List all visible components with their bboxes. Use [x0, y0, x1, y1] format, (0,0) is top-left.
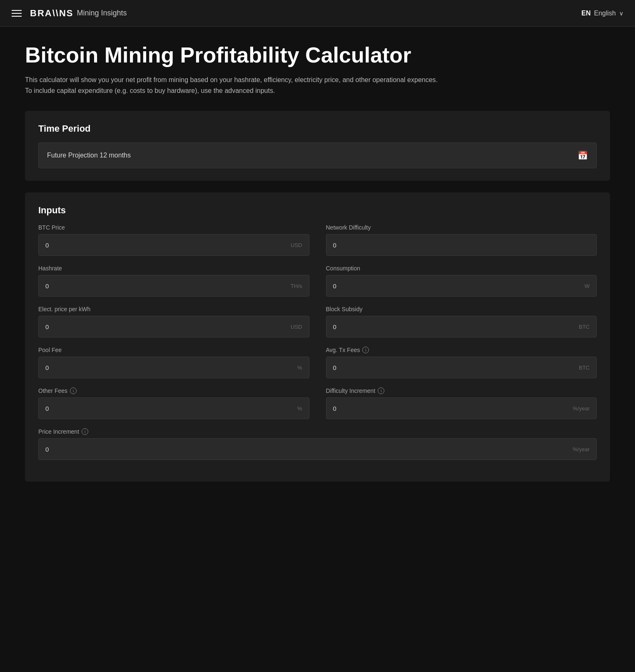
input-wrapper-btc-price: USD	[38, 234, 309, 256]
input-avg-tx-fees[interactable]	[333, 364, 579, 371]
chevron-down-icon: ∨	[619, 10, 623, 17]
unit-avg-tx-fees: BTC	[579, 365, 590, 371]
time-period-dropdown[interactable]: Future Projection 12 months 📅	[38, 142, 597, 168]
input-wrapper-hashrate: TH/s	[38, 275, 309, 297]
unit-btc-price: USD	[291, 242, 302, 248]
info-icon-other-fees[interactable]: i	[70, 387, 77, 394]
navbar: BRA\\NS Mining Insights EN English ∨	[0, 0, 635, 27]
unit-elect-price: USD	[291, 324, 302, 330]
input-wrapper-difficulty-increment: %/year	[326, 397, 597, 419]
input-elect-price[interactable]	[45, 323, 291, 330]
input-group-btc-price: BTC PriceUSD	[38, 224, 309, 256]
brand-logo: BRA\\NS	[30, 8, 73, 19]
input-other-fees[interactable]	[45, 405, 297, 412]
unit-pool-fee: %	[297, 365, 302, 371]
input-group-hashrate: HashrateTH/s	[38, 265, 309, 297]
info-icon-difficulty-increment[interactable]: i	[378, 387, 384, 394]
input-wrapper-price-increment: %/year	[38, 438, 597, 460]
unit-hashrate: TH/s	[291, 283, 302, 289]
input-group-pool-fee: Pool Fee%	[38, 347, 309, 378]
language-label: English	[594, 10, 616, 17]
time-period-value: Future Projection 12 months	[47, 152, 131, 159]
label-other-fees: Other Feesi	[38, 387, 309, 394]
unit-consumption: W	[585, 283, 590, 289]
input-wrapper-block-subsidy: BTC	[326, 316, 597, 337]
inputs-section: Inputs BTC PriceUSDNetwork DifficultyHas…	[25, 192, 610, 482]
input-group-block-subsidy: Block SubsidyBTC	[326, 306, 597, 337]
label-price-increment: Price Incrementi	[38, 428, 597, 435]
input-group-consumption: ConsumptionW	[326, 265, 597, 297]
language-code: EN	[581, 10, 590, 17]
input-group-price-increment: Price Incrementi%/year	[38, 428, 597, 460]
inputs-section-title: Inputs	[38, 205, 597, 216]
input-pool-fee[interactable]	[45, 364, 297, 371]
label-consumption: Consumption	[326, 265, 597, 272]
label-network-difficulty: Network Difficulty	[326, 224, 597, 231]
inputs-grid: BTC PriceUSDNetwork DifficultyHashrateTH…	[38, 224, 597, 469]
unit-other-fees: %	[297, 405, 302, 412]
time-period-section-title: Time Period	[38, 123, 597, 134]
time-period-section: Time Period Future Projection 12 months …	[25, 111, 610, 181]
label-block-subsidy: Block Subsidy	[326, 306, 597, 312]
input-group-avg-tx-fees: Avg. Tx FeesiBTC	[326, 347, 597, 378]
page-title: Bitcoin Mining Profitability Calculator	[25, 43, 610, 67]
input-network-difficulty[interactable]	[333, 242, 590, 249]
info-icon-avg-tx-fees[interactable]: i	[362, 347, 369, 353]
input-difficulty-increment[interactable]	[333, 405, 573, 412]
input-wrapper-other-fees: %	[38, 397, 309, 419]
input-group-network-difficulty: Network Difficulty	[326, 224, 597, 256]
unit-price-increment: %/year	[573, 446, 590, 452]
label-btc-price: BTC Price	[38, 224, 309, 231]
unit-block-subsidy: BTC	[579, 324, 590, 330]
main-content: Bitcoin Mining Profitability Calculator …	[0, 27, 635, 510]
calendar-icon: 📅	[578, 150, 588, 160]
input-block-subsidy[interactable]	[333, 323, 579, 330]
label-elect-price: Elect. price per kWh	[38, 306, 309, 312]
input-group-difficulty-increment: Difficulty Incrementi%/year	[326, 387, 597, 419]
brand: BRA\\NS Mining Insights	[30, 8, 127, 19]
input-group-other-fees: Other Feesi%	[38, 387, 309, 419]
input-wrapper-network-difficulty	[326, 234, 597, 256]
page-description: This calculator will show you your net p…	[25, 75, 441, 96]
label-difficulty-increment: Difficulty Incrementi	[326, 387, 597, 394]
input-consumption[interactable]	[333, 282, 585, 290]
input-wrapper-pool-fee: %	[38, 357, 309, 378]
label-pool-fee: Pool Fee	[38, 347, 309, 353]
language-selector[interactable]: EN English ∨	[581, 10, 623, 17]
brand-title: Mining Insights	[77, 9, 127, 17]
input-wrapper-elect-price: USD	[38, 316, 309, 337]
label-hashrate: Hashrate	[38, 265, 309, 272]
input-group-elect-price: Elect. price per kWhUSD	[38, 306, 309, 337]
input-hashrate[interactable]	[45, 282, 291, 290]
hamburger-menu-button[interactable]	[12, 10, 22, 17]
input-price-increment[interactable]	[45, 446, 573, 453]
input-wrapper-consumption: W	[326, 275, 597, 297]
info-icon-price-increment[interactable]: i	[82, 428, 88, 435]
input-btc-price[interactable]	[45, 242, 291, 249]
input-wrapper-avg-tx-fees: BTC	[326, 357, 597, 378]
nav-left: BRA\\NS Mining Insights	[12, 8, 127, 19]
label-avg-tx-fees: Avg. Tx Feesi	[326, 347, 597, 353]
unit-difficulty-increment: %/year	[573, 405, 590, 412]
